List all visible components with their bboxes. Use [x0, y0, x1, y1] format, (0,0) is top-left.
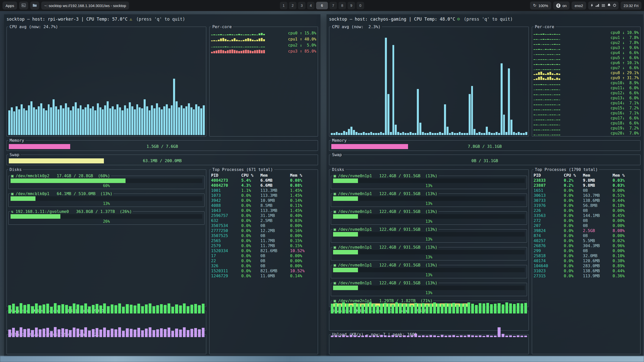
spark-bar	[545, 115, 547, 115]
spark-bar	[250, 47, 251, 47]
clock-button[interactable]: 23:32 Fri	[621, 2, 641, 10]
network-interface-button[interactable]: eno2	[572, 2, 586, 10]
workspace-button-6[interactable]: 6	[316, 2, 328, 9]
cpu-history-bar	[382, 133, 384, 135]
workspace-button-3[interactable]: 3	[298, 2, 306, 9]
spark-bar	[558, 120, 560, 120]
spark-bar	[538, 125, 540, 125]
spark-bar	[549, 90, 551, 90]
spark-bar	[549, 84, 551, 85]
process-row: 306130.0%163.7MB0.51%	[534, 193, 639, 198]
terminal-window-left[interactable]: socktop — host: rpi-worker-3 | CPU Temp:…	[4, 14, 320, 357]
upload-bar	[168, 328, 170, 337]
top-bar: Apps ~: socktop ws://192.168.1.104:3031/…	[0, 0, 644, 11]
spark-bar	[543, 69, 544, 70]
spark-bar	[556, 78, 558, 80]
spark-bar	[222, 47, 224, 47]
percore-row: cpu9 ↑ 31.7%	[534, 75, 639, 80]
process-row: 35075340.0%0B0.00%	[211, 223, 316, 228]
process-row: 40842735.4%6.6MB0.08%	[211, 178, 316, 183]
process-cpu: 0.0%	[564, 263, 583, 268]
system-indicators[interactable]	[588, 2, 619, 10]
process-mem: 2.5GB	[583, 228, 613, 233]
bluetooth-button[interactable]: on	[553, 2, 570, 10]
spark-bar	[250, 35, 251, 35]
cpu-history-bar	[407, 133, 409, 135]
cpu-history-bar	[139, 107, 141, 135]
spark-bar	[229, 34, 231, 35]
spark-bar	[549, 59, 551, 60]
spark-bar	[547, 115, 549, 115]
cpu-history-bar	[97, 103, 99, 135]
apps-button[interactable]: Apps	[3, 2, 17, 10]
cpu-history-bar	[525, 132, 527, 135]
workspace-button-0[interactable]: 0	[357, 2, 364, 9]
workspace-button-8[interactable]: 8	[339, 2, 346, 9]
upload-bar	[179, 330, 182, 337]
workspace-button-1[interactable]: 1	[280, 2, 288, 9]
disk-entry-label: ▣/dev/nvme0n1p1 122.4GB / 931.5GB (13%)	[333, 209, 438, 214]
spark-bar	[213, 51, 215, 53]
taskbar-left: Apps ~: socktop ws://192.168.1.104:3031/…	[3, 2, 129, 10]
process-mem-pct: 0.96%	[613, 243, 639, 248]
upload-bar	[126, 328, 129, 337]
col-mem-pct: Mem %	[613, 173, 639, 178]
percore-row: cpu2 ↓ 5.0%	[211, 42, 316, 48]
upload-bar	[509, 335, 512, 337]
process-mem-pct: 0.00%	[290, 233, 316, 238]
spark-bar	[545, 69, 547, 70]
spark-bar	[540, 49, 542, 50]
cpu-history-bar	[35, 109, 37, 135]
col-mem-pct: Mem %	[290, 173, 316, 178]
terminal-window-right[interactable]: socktop — host: cachyos-gaming | CPU Tem…	[327, 14, 643, 357]
process-mem-pct: 0.11%	[290, 203, 316, 208]
core-sparkline	[534, 76, 609, 80]
files-app-button[interactable]	[30, 2, 39, 10]
cpu-history-bar	[30, 101, 32, 135]
spark-bar	[236, 40, 238, 41]
spark-bar	[556, 125, 558, 125]
upload-bar	[384, 335, 387, 337]
spark-bar	[543, 100, 544, 100]
process-pid: 1520334	[211, 248, 241, 253]
cpu-history-bar	[21, 104, 23, 135]
apps-label: Apps	[6, 4, 14, 8]
cpu-history-bar	[483, 133, 485, 135]
spark-bar	[558, 39, 560, 40]
spark-bar	[558, 125, 560, 125]
cpu-row: CPU avg (now: 24.7%) Per-core cpu0 ↑ 15.…	[7, 23, 318, 137]
cpu-history-bar	[77, 108, 79, 135]
active-window-title[interactable]: ~: socktop ws://192.168.1.104:3031/ws - …	[41, 2, 129, 10]
spark-bar	[263, 39, 265, 41]
percore-row: cpu4 ↓ 6.6%	[534, 50, 639, 55]
download-bar	[152, 306, 155, 313]
workspace-button-9[interactable]: 9	[348, 2, 355, 9]
process-pid: 326	[211, 263, 241, 268]
process-pid: 2596757	[211, 213, 241, 218]
disks-panel: Disks ▣/dev/nvme0n1p1 122.4GB / 931.5GB …	[329, 167, 529, 307]
spark-bar	[558, 74, 560, 75]
process-mem: 304.3MB	[583, 243, 613, 248]
process-mem: 11.7MB	[260, 243, 290, 248]
spark-bar	[245, 39, 247, 41]
workspace-button-7[interactable]: 7	[330, 2, 337, 9]
percore-row: cpu5 ↓ 6.6%	[534, 55, 639, 60]
sync-status-button[interactable]: ↻ 100%	[530, 2, 551, 10]
spark-bar	[534, 84, 535, 85]
spark-bar	[220, 38, 222, 41]
terminal-app-button[interactable]	[19, 2, 28, 10]
upload-bar	[35, 328, 38, 337]
cpu-history-bar	[375, 133, 377, 135]
spark-bar	[254, 34, 256, 35]
process-row: 335630.0%144.1MB0.45%	[534, 213, 639, 218]
workspace-button-4[interactable]: 4	[307, 2, 315, 9]
workspace-button-2[interactable]: 2	[289, 2, 297, 9]
cpu-avg-label: CPU avg (now: 24.7%)	[8, 24, 59, 29]
spark-bar	[558, 78, 560, 80]
upload-bar	[27, 329, 30, 337]
upload-bar	[452, 335, 455, 337]
percore-row: cpu17↓ 6.6%	[534, 116, 639, 121]
download-bar	[433, 302, 436, 313]
upload-bar	[50, 331, 53, 337]
spark-bar	[558, 100, 560, 100]
